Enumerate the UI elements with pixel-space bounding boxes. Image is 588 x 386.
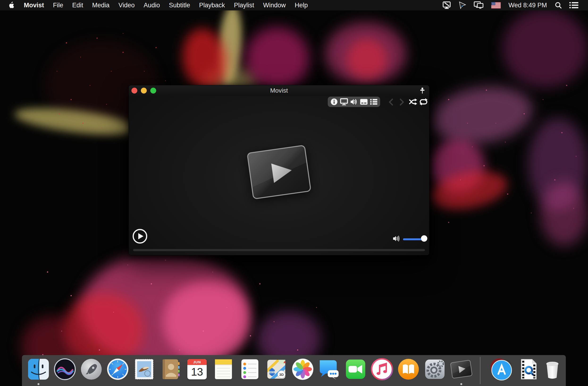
traffic-lights — [131, 88, 156, 93]
dock-calendar-icon[interactable]: JUN 13 — [186, 358, 208, 381]
wallpaper-purple-topright — [503, 9, 588, 87]
calendar-month: JUN — [187, 359, 207, 365]
video-screen-icon[interactable] — [339, 97, 349, 107]
dock-launchpad-icon[interactable] — [80, 358, 103, 381]
dock-safari-icon[interactable] — [106, 358, 129, 381]
menu-item-audio[interactable]: Audio — [139, 0, 165, 10]
us-flag-icon[interactable] — [489, 0, 503, 10]
minimize-button[interactable] — [141, 88, 147, 93]
dock-maps-icon[interactable]: 280 3D — [265, 358, 288, 381]
menu-item-edit[interactable]: Edit — [68, 0, 88, 10]
menu-item-window[interactable]: Window — [259, 0, 290, 10]
dock-app-store-stack-icon[interactable] — [490, 358, 513, 381]
spotlight-search-icon[interactable] — [553, 0, 564, 10]
chevron-left-icon[interactable] — [387, 98, 395, 106]
movist-running-indicator — [460, 383, 462, 385]
volume-slider-knob[interactable] — [421, 235, 427, 242]
apple-menu[interactable] — [7, 2, 16, 9]
volume-control — [393, 235, 401, 243]
play-icon — [138, 233, 144, 239]
menu-item-help[interactable]: Help — [290, 0, 312, 10]
calendar-day: 13 — [187, 365, 207, 379]
zoom-button[interactable] — [150, 88, 156, 93]
seek-bar[interactable] — [133, 249, 425, 251]
maps-route-label: 280 — [270, 370, 275, 374]
window-title: Movist — [129, 87, 429, 94]
display-mirroring-icon[interactable] — [472, 0, 486, 10]
dock-siri-icon[interactable] — [54, 358, 76, 381]
dock-notes-icon[interactable] — [212, 358, 235, 381]
movist-window: Movist — [129, 85, 429, 255]
dock-system-preferences-icon[interactable] — [423, 358, 446, 381]
dock-contacts-icon[interactable] — [159, 358, 182, 381]
pushpin-icon[interactable] — [419, 87, 425, 94]
dock-separator — [480, 357, 480, 384]
dock-ibooks-icon[interactable] — [397, 358, 420, 381]
menu-bar-left: Movist File Edit Media Video Audio Subti… — [0, 0, 312, 10]
dock-finder-icon[interactable] — [27, 358, 50, 381]
dock: JUN 13 — [22, 355, 566, 386]
menu-item-media[interactable]: Media — [88, 0, 114, 10]
subtitle-icon[interactable] — [359, 97, 369, 107]
dock-facetime-icon[interactable] — [344, 358, 367, 381]
window-titlebar[interactable]: Movist — [129, 85, 429, 96]
menu-item-file[interactable]: File — [49, 0, 68, 10]
shuffle-icon[interactable] — [409, 98, 418, 106]
desktop: Movist File Edit Media Video Audio Subti… — [0, 0, 588, 386]
dock-movie-file-icon[interactable] — [517, 358, 540, 381]
window-toolbar — [328, 97, 380, 107]
notification-list-icon[interactable] — [567, 0, 580, 10]
wallpaper-pink-bottomright — [540, 182, 588, 246]
dock-photos-icon[interactable] — [291, 358, 314, 381]
pointer-icon[interactable] — [457, 0, 468, 10]
dock-mail-icon[interactable] — [133, 358, 155, 381]
dock-movist-icon[interactable] — [450, 358, 473, 381]
volume-speaker-icon[interactable] — [393, 235, 401, 243]
menu-item-movist[interactable]: Movist — [19, 0, 49, 10]
close-button[interactable] — [131, 88, 137, 93]
menu-item-playlist[interactable]: Playlist — [229, 0, 259, 10]
dock-messages-icon[interactable] — [318, 358, 340, 381]
menu-bar-clock[interactable]: Wed 8:49 PM — [506, 2, 549, 9]
menu-bar-status: Wed 8:49 PM — [441, 0, 588, 10]
menu-bar: Movist File Edit Media Video Audio Subti… — [0, 0, 588, 10]
chevron-right-icon[interactable] — [398, 98, 405, 106]
dock-itunes-icon[interactable] — [371, 358, 393, 381]
menu-item-video[interactable]: Video — [114, 0, 139, 10]
play-button[interactable] — [133, 229, 147, 244]
playlist-icon[interactable] — [369, 97, 378, 107]
pen-display-icon[interactable] — [441, 0, 453, 10]
maps-3d-label: 3D — [279, 373, 284, 377]
audio-volume-icon[interactable] — [349, 97, 359, 107]
wallpaper-magenta-bottom — [163, 281, 250, 362]
apple-logo-icon — [8, 2, 14, 9]
wallpaper-magenta-burst — [245, 27, 309, 90]
finder-running-indicator — [38, 383, 39, 385]
wallpaper-violet-drift — [428, 80, 536, 151]
wallpaper-red-core — [347, 39, 387, 79]
dock-trash-icon[interactable] — [541, 358, 564, 381]
menu-item-subtitle[interactable]: Subtitle — [165, 0, 195, 10]
media-info-icon[interactable] — [329, 97, 339, 107]
dock-reminders-icon[interactable] — [239, 358, 261, 381]
menu-item-playback[interactable]: Playback — [195, 0, 230, 10]
movist-logo — [246, 144, 312, 200]
repeat-icon[interactable] — [419, 98, 428, 106]
